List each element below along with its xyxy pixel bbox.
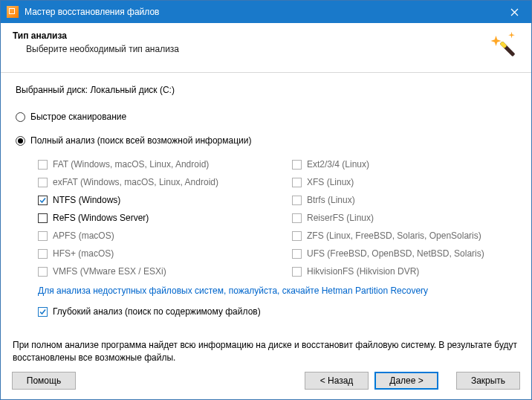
fs-label: ReFS (Windows Server) [53,213,149,223]
radio-icon [16,136,25,146]
promo-link[interactable]: Для анализа недоступных файловых систем,… [38,286,516,296]
fs-label: ZFS (Linux, FreeBSD, Solaris, OpenSolari… [307,230,481,241]
titlebar: Мастер восстановления файлов [1,1,531,23]
header-title: Тип анализа [13,30,482,41]
fs-checkbox-refs[interactable]: ReFS (Windows Server) [38,213,262,223]
selected-disk-label: Выбранный диск: Локальный диск (C:) [16,85,516,95]
fs-label: HFS+ (macOS) [53,248,114,259]
wizard-header: Тип анализа Выберите необходимый тип ана… [1,23,531,73]
fs-label: ReiserFS (Linux) [307,213,374,223]
fs-label: NTFS (Windows) [53,195,120,205]
svg-marker-1 [508,32,515,39]
back-button[interactable]: < Назад [305,372,369,390]
close-button[interactable]: Закрыть [456,372,520,390]
fs-label: exFAT (Windows, macOS, Linux, Android) [53,177,218,187]
fs-label: FAT (Windows, macOS, Linux, Android) [53,159,209,170]
next-button[interactable]: Далее > [374,372,438,390]
full-scan-label: Полный анализ (поиск всей возможной инфо… [30,135,251,146]
fs-checkbox-ufs: UFS (FreeBSD, OpenBSD, NetBSD, Solaris) [292,248,516,259]
fs-checkbox-vmfs: VMFS (VMware ESX / ESXi) [38,266,262,277]
fs-label: HikvisionFS (Hikvision DVR) [307,266,419,277]
description-text: При полном анализе программа найдет всю … [13,339,519,365]
deep-analysis-checkbox[interactable]: Глубокий анализ (поиск по содержимому фа… [38,306,516,317]
checkbox-icon [292,267,302,277]
checkbox-icon [38,231,48,241]
fs-checkbox-fat: FAT (Windows, macOS, Linux, Android) [38,159,262,170]
quick-scan-label: Быстрое сканирование [30,112,126,122]
checkbox-icon [292,178,302,187]
svg-marker-0 [491,36,502,46]
header-subtitle: Выберите необходимый тип анализа [26,44,482,54]
fs-label: APFS (macOS) [53,230,114,241]
checkbox-icon [38,178,48,187]
checkbox-icon [292,196,302,205]
checkbox-icon [292,160,302,170]
fs-checkbox-exfat: exFAT (Windows, macOS, Linux, Android) [38,177,262,187]
fs-checkbox-reiser: ReiserFS (Linux) [292,213,516,223]
wizard-content: Выбранный диск: Локальный диск (C:) Быст… [1,73,531,323]
full-scan-radio[interactable]: Полный анализ (поиск всей возможной инфо… [16,135,516,146]
help-button[interactable]: Помощь [12,372,76,390]
fs-checkbox-hikfs: HikvisionFS (Hikvision DVR) [292,266,516,277]
deep-analysis-label: Глубокий анализ (поиск по содержимому фа… [53,306,261,317]
fs-checkbox-hfs: HFS+ (macOS) [38,248,262,259]
quick-scan-radio[interactable]: Быстрое сканирование [16,112,516,122]
checkbox-icon [292,231,302,241]
checkbox-icon [38,267,48,277]
fs-checkbox-zfs: ZFS (Linux, FreeBSD, Solaris, OpenSolari… [292,230,516,241]
checkbox-icon [38,249,48,259]
fs-label: Btrfs (Linux) [307,195,355,205]
checkbox-icon [38,307,48,317]
close-icon[interactable] [498,1,531,23]
fs-checkbox-ntfs[interactable]: NTFS (Windows) [38,195,262,205]
fs-checkbox-apfs: APFS (macOS) [38,230,262,241]
fs-label: VMFS (VMware ESX / ESXi) [53,266,166,277]
wizard-wand-icon [488,30,519,62]
checkbox-icon [38,213,48,223]
fs-label: UFS (FreeBSD, OpenBSD, NetBSD, Solaris) [307,248,484,259]
checkbox-icon [292,249,302,259]
fs-label: XFS (Linux) [307,177,354,187]
app-icon [7,6,19,18]
checkbox-icon [292,213,302,223]
checkbox-icon [38,196,48,205]
window-title: Мастер восстановления файлов [25,7,498,17]
checkbox-icon [38,160,48,170]
fs-checkbox-btrfs: Btrfs (Linux) [292,195,516,205]
fs-checkbox-xfs: XFS (Linux) [292,177,516,187]
fs-label: Ext2/3/4 (Linux) [307,159,369,170]
wizard-footer: Помощь < Назад Далее > Закрыть [0,364,532,400]
fs-checkbox-ext: Ext2/3/4 (Linux) [292,159,516,170]
filesystem-grid: FAT (Windows, macOS, Linux, Android)Ext2… [38,159,516,296]
radio-icon [16,112,25,122]
